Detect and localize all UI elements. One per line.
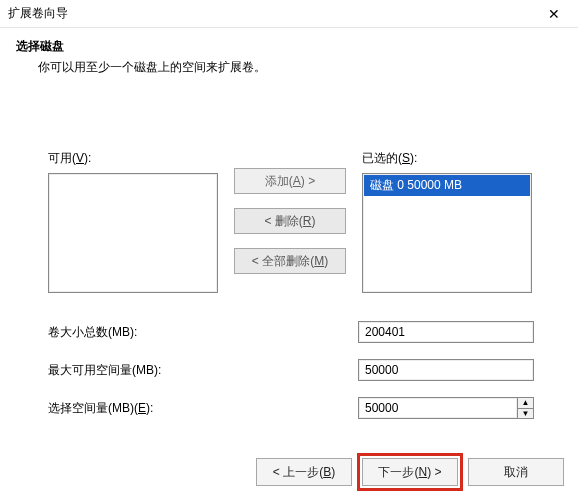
available-label: 可用(V): (48, 150, 218, 167)
step-title: 选择磁盘 (16, 38, 574, 55)
window-title: 扩展卷向导 (8, 5, 68, 22)
max-space-value: 50000 (358, 359, 534, 381)
cancel-button[interactable]: 取消 (468, 458, 564, 486)
add-button[interactable]: 添加(A) > (234, 168, 346, 194)
amount-label: 选择空间量(MB)(E): (48, 400, 358, 417)
total-size-row: 卷大小总数(MB): 200401 (48, 321, 550, 343)
remove-button[interactable]: < 删除(R) (234, 208, 346, 234)
amount-spinner[interactable]: 50000 ▲ ▼ (358, 397, 534, 419)
amount-input[interactable]: 50000 (358, 397, 518, 419)
wizard-content: 可用(V): 添加(A) > < 删除(R) < 全部删除(M) 已选的(S):… (0, 150, 578, 435)
total-size-label: 卷大小总数(MB): (48, 324, 358, 341)
max-space-row: 最大可用空间量(MB): 50000 (48, 359, 550, 381)
titlebar: 扩展卷向导 ✕ (0, 0, 578, 28)
wizard-footer: < 上一步(B) 下一步(N) > 取消 (256, 458, 564, 486)
size-fields: 卷大小总数(MB): 200401 最大可用空间量(MB): 50000 选择空… (48, 321, 550, 419)
total-size-value: 200401 (358, 321, 534, 343)
close-button[interactable]: ✕ (534, 1, 574, 27)
max-space-label: 最大可用空间量(MB): (48, 362, 358, 379)
transfer-buttons: 添加(A) > < 删除(R) < 全部删除(M) (234, 168, 346, 274)
disk-lists-row: 可用(V): 添加(A) > < 删除(R) < 全部删除(M) 已选的(S):… (48, 150, 550, 293)
spinner-up-icon[interactable]: ▲ (518, 398, 533, 408)
remove-all-button[interactable]: < 全部删除(M) (234, 248, 346, 274)
back-button[interactable]: < 上一步(B) (256, 458, 352, 486)
selected-column: 已选的(S): 磁盘 0 50000 MB (362, 150, 532, 293)
next-button[interactable]: 下一步(N) > (362, 458, 458, 486)
selected-label: 已选的(S): (362, 150, 532, 167)
amount-row: 选择空间量(MB)(E): 50000 ▲ ▼ (48, 397, 550, 419)
available-column: 可用(V): (48, 150, 218, 293)
close-icon: ✕ (548, 6, 560, 22)
step-description: 你可以用至少一个磁盘上的空间来扩展卷。 (16, 59, 574, 76)
spinner-buttons: ▲ ▼ (518, 397, 534, 419)
available-listbox[interactable] (48, 173, 218, 293)
wizard-header: 选择磁盘 你可以用至少一个磁盘上的空间来扩展卷。 (0, 28, 578, 80)
list-item[interactable]: 磁盘 0 50000 MB (364, 175, 530, 196)
selected-listbox[interactable]: 磁盘 0 50000 MB (362, 173, 532, 293)
spinner-down-icon[interactable]: ▼ (518, 408, 533, 419)
